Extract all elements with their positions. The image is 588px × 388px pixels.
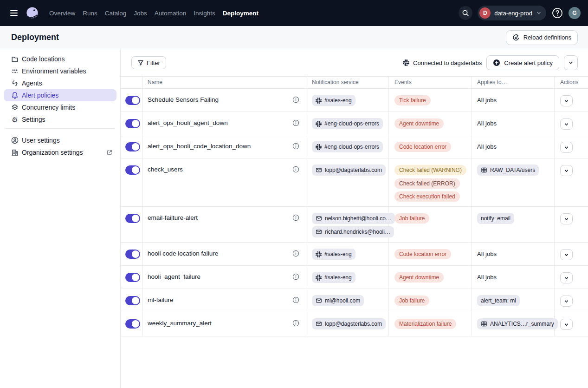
event-badge: Check failed (ERROR) — [394, 178, 460, 189]
info-icon[interactable] — [292, 96, 299, 103]
page-header: Deployment Reload definitions — [0, 26, 588, 49]
applies-to-cell: notify: email — [471, 207, 554, 242]
info-icon[interactable] — [292, 214, 299, 221]
alert-enabled-toggle[interactable] — [125, 96, 142, 105]
alert-enabled-toggle[interactable] — [125, 165, 142, 175]
alert-enabled-toggle[interactable] — [125, 119, 142, 128]
sidebar-item-label: Organization settings — [22, 149, 83, 156]
primary-nav: OverviewRunsCatalogJobsAutomationInsight… — [49, 8, 258, 19]
alert-policy-name: check_users — [148, 164, 183, 175]
user-icon — [11, 137, 19, 144]
actions-cell — [554, 207, 588, 242]
create-alert-policy-button[interactable]: Create alert policy — [486, 55, 559, 70]
sidebar-item-label: Agents — [22, 79, 42, 87]
table-row: alert_ops_hooli_code_location_down#eng-c… — [121, 135, 588, 158]
alert-enabled-toggle[interactable] — [125, 142, 142, 151]
info-icon[interactable] — [292, 250, 299, 257]
dagster-logo[interactable] — [24, 5, 40, 21]
info-icon[interactable] — [292, 143, 299, 150]
sidebar-item-alert-policies[interactable]: Alert policies — [4, 89, 116, 101]
alert-enabled-toggle[interactable] — [125, 296, 142, 305]
actions-cell — [554, 289, 588, 312]
alert-enabled-toggle[interactable] — [125, 250, 142, 259]
nav-link-deployment[interactable]: Deployment — [223, 8, 258, 19]
notification-list: #sales-eng — [312, 272, 385, 283]
nav-link-overview[interactable]: Overview — [49, 8, 75, 19]
email-recipient-pill: lopp@dagsterlabs.com — [312, 164, 386, 176]
row-actions-menu-button[interactable] — [560, 142, 573, 153]
nav-link-insights[interactable]: Insights — [194, 8, 215, 19]
alert-enabled-toggle[interactable] — [125, 319, 142, 329]
sidebar-item-user-settings[interactable]: User settings — [4, 134, 116, 146]
deployment-switcher[interactable]: D data-eng-prod — [478, 6, 546, 20]
events-cell: Check failed (WARNING)Check failed (ERRO… — [388, 158, 471, 206]
mail-icon — [316, 167, 322, 173]
slack-icon — [316, 144, 322, 150]
nav-link-catalog[interactable]: Catalog — [105, 8, 127, 19]
name-cell: Schedule Sensors Failing — [142, 89, 306, 112]
sidebar-item-concurrency-limits[interactable]: Concurrency limits — [4, 101, 116, 113]
applies-to-text: All jobs — [477, 120, 497, 127]
filter-button[interactable]: Filter — [131, 56, 166, 69]
info-icon[interactable] — [292, 166, 299, 173]
sidebar-item-settings[interactable]: ⚙Settings — [4, 113, 116, 125]
event-badge: Tick failure — [394, 95, 431, 105]
name-cell: email-failture-alert — [142, 207, 306, 242]
column-events: Events — [388, 77, 471, 88]
info-icon[interactable] — [292, 320, 299, 327]
column-notification-service: Notification service — [306, 77, 388, 88]
actions-cell — [554, 89, 588, 112]
search-icon[interactable] — [459, 6, 472, 20]
external-link-icon[interactable] — [106, 149, 113, 156]
event-badge: Job failure — [394, 213, 429, 224]
sidebar-item-organization-settings[interactable]: Organization settings — [4, 146, 116, 158]
event-badge: Job failure — [394, 296, 429, 306]
sidebar-item-environment-variables[interactable]: Environment variables — [4, 65, 116, 77]
applies-to-tag-pill: notify: email — [477, 213, 514, 224]
event-badge: Materialization failure — [394, 319, 456, 329]
reload-definitions-button[interactable]: Reload definitions — [506, 30, 578, 45]
user-avatar[interactable]: G — [569, 7, 581, 19]
gear-icon: ⚙ — [11, 116, 19, 123]
slack-channel-pill: #eng-cloud-ops-errors — [312, 141, 383, 152]
notification-cell: lopp@dagsterlabs.com — [306, 158, 388, 206]
nav-link-automation[interactable]: Automation — [155, 8, 186, 19]
reload-icon — [512, 34, 520, 41]
table-row: hooli_agent_failure#sales-engAgent downt… — [121, 266, 588, 289]
info-icon[interactable] — [292, 296, 299, 303]
row-actions-menu-button[interactable] — [560, 213, 573, 224]
toggle-cell — [121, 289, 142, 312]
event-badge-list: Job failure — [394, 295, 467, 306]
mail-icon — [316, 321, 322, 327]
row-actions-menu-button[interactable] — [560, 272, 573, 283]
alert-enabled-toggle[interactable] — [125, 273, 142, 282]
sidebar-item-agents[interactable]: Agents — [4, 77, 116, 89]
menu-icon[interactable] — [7, 7, 20, 20]
row-actions-menu-button[interactable] — [560, 319, 573, 330]
applies-to-asset-pill: RAW_DATA/users — [477, 164, 539, 176]
more-options-button[interactable] — [564, 55, 578, 70]
nav-link-jobs[interactable]: Jobs — [134, 8, 147, 19]
actions-cell — [554, 112, 588, 135]
table-icon — [481, 167, 487, 173]
notification-label: richard.hendricks@hooli… — [325, 229, 390, 235]
applies-to-label: alert_team: ml — [481, 297, 516, 304]
row-actions-menu-button[interactable] — [560, 165, 573, 176]
deployment-avatar: D — [479, 7, 491, 19]
event-badge: Check execution failed — [394, 191, 460, 202]
slack-channel-pill: #sales-eng — [312, 95, 355, 106]
row-actions-menu-button[interactable] — [560, 296, 573, 307]
event-badge: Code location error — [394, 142, 451, 152]
help-icon[interactable] — [551, 7, 563, 19]
row-actions-menu-button[interactable] — [560, 249, 573, 260]
table-row: ml-failureml@hooli.comJob failurealert_t… — [121, 289, 588, 312]
info-icon[interactable] — [292, 119, 299, 126]
sidebar-item-code-locations[interactable]: Code locations — [4, 53, 116, 65]
info-icon[interactable] — [292, 273, 299, 280]
alert-enabled-toggle[interactable] — [125, 214, 142, 223]
row-actions-menu-button[interactable] — [560, 118, 573, 130]
name-cell: hooli code location failure — [142, 243, 306, 265]
nav-link-runs[interactable]: Runs — [83, 8, 97, 19]
email-recipient-pill: lopp@dagsterlabs.com — [312, 318, 386, 329]
row-actions-menu-button[interactable] — [560, 95, 573, 106]
